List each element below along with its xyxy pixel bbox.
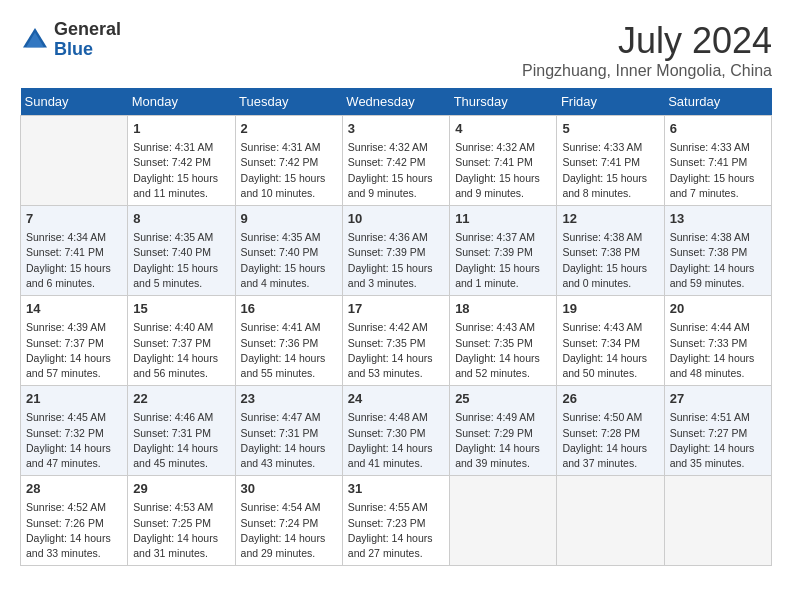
cell-text: Sunset: 7:36 PM xyxy=(241,336,337,351)
day-number: 5 xyxy=(562,120,658,138)
cell-text: Sunrise: 4:31 AM xyxy=(241,140,337,155)
calendar-cell: 16Sunrise: 4:41 AMSunset: 7:36 PMDayligh… xyxy=(235,296,342,386)
cell-text: Sunrise: 4:55 AM xyxy=(348,500,444,515)
calendar-cell: 24Sunrise: 4:48 AMSunset: 7:30 PMDayligh… xyxy=(342,386,449,476)
calendar-cell: 10Sunrise: 4:36 AMSunset: 7:39 PMDayligh… xyxy=(342,206,449,296)
day-number: 6 xyxy=(670,120,766,138)
cell-text: Sunrise: 4:46 AM xyxy=(133,410,229,425)
cell-text: Sunrise: 4:43 AM xyxy=(562,320,658,335)
cell-text: Sunrise: 4:40 AM xyxy=(133,320,229,335)
title-block: July 2024 Pingzhuang, Inner Mongolia, Ch… xyxy=(522,20,772,80)
cell-text: Daylight: 14 hours xyxy=(26,531,122,546)
day-number: 3 xyxy=(348,120,444,138)
day-number: 12 xyxy=(562,210,658,228)
calendar-cell: 17Sunrise: 4:42 AMSunset: 7:35 PMDayligh… xyxy=(342,296,449,386)
cell-text: Sunset: 7:41 PM xyxy=(26,245,122,260)
day-number: 8 xyxy=(133,210,229,228)
cell-text: Daylight: 15 hours xyxy=(133,261,229,276)
month-year-title: July 2024 xyxy=(522,20,772,62)
day-number: 23 xyxy=(241,390,337,408)
calendar-cell: 25Sunrise: 4:49 AMSunset: 7:29 PMDayligh… xyxy=(450,386,557,476)
cell-text: Sunset: 7:31 PM xyxy=(133,426,229,441)
cell-text: Sunset: 7:37 PM xyxy=(26,336,122,351)
header-thursday: Thursday xyxy=(450,88,557,116)
cell-text: and 6 minutes. xyxy=(26,276,122,291)
cell-text: Sunset: 7:42 PM xyxy=(133,155,229,170)
cell-text: Sunset: 7:32 PM xyxy=(26,426,122,441)
header-row: SundayMondayTuesdayWednesdayThursdayFrid… xyxy=(21,88,772,116)
cell-text: Sunset: 7:42 PM xyxy=(348,155,444,170)
cell-text: Daylight: 14 hours xyxy=(455,351,551,366)
cell-text: Sunrise: 4:53 AM xyxy=(133,500,229,515)
day-number: 27 xyxy=(670,390,766,408)
cell-text: Sunrise: 4:37 AM xyxy=(455,230,551,245)
day-number: 16 xyxy=(241,300,337,318)
cell-text: and 1 minute. xyxy=(455,276,551,291)
cell-text: and 37 minutes. xyxy=(562,456,658,471)
day-number: 13 xyxy=(670,210,766,228)
calendar-cell: 11Sunrise: 4:37 AMSunset: 7:39 PMDayligh… xyxy=(450,206,557,296)
cell-text: and 0 minutes. xyxy=(562,276,658,291)
day-number: 14 xyxy=(26,300,122,318)
cell-text: and 8 minutes. xyxy=(562,186,658,201)
calendar-week-4: 21Sunrise: 4:45 AMSunset: 7:32 PMDayligh… xyxy=(21,386,772,476)
cell-text: and 50 minutes. xyxy=(562,366,658,381)
day-number: 19 xyxy=(562,300,658,318)
cell-text: Sunrise: 4:52 AM xyxy=(26,500,122,515)
calendar-week-3: 14Sunrise: 4:39 AMSunset: 7:37 PMDayligh… xyxy=(21,296,772,386)
calendar-body: 1Sunrise: 4:31 AMSunset: 7:42 PMDaylight… xyxy=(21,116,772,566)
calendar-cell: 1Sunrise: 4:31 AMSunset: 7:42 PMDaylight… xyxy=(128,116,235,206)
cell-text: and 9 minutes. xyxy=(348,186,444,201)
calendar-cell xyxy=(664,476,771,566)
calendar-cell xyxy=(21,116,128,206)
calendar-cell: 28Sunrise: 4:52 AMSunset: 7:26 PMDayligh… xyxy=(21,476,128,566)
cell-text: Sunset: 7:24 PM xyxy=(241,516,337,531)
cell-text: and 59 minutes. xyxy=(670,276,766,291)
cell-text: Sunrise: 4:38 AM xyxy=(562,230,658,245)
cell-text: and 52 minutes. xyxy=(455,366,551,381)
day-number: 24 xyxy=(348,390,444,408)
day-number: 30 xyxy=(241,480,337,498)
cell-text: Sunset: 7:38 PM xyxy=(562,245,658,260)
cell-text: Sunset: 7:26 PM xyxy=(26,516,122,531)
cell-text: Daylight: 14 hours xyxy=(562,441,658,456)
cell-text: Sunset: 7:41 PM xyxy=(455,155,551,170)
cell-text: Sunrise: 4:45 AM xyxy=(26,410,122,425)
calendar-cell: 15Sunrise: 4:40 AMSunset: 7:37 PMDayligh… xyxy=(128,296,235,386)
cell-text: Sunset: 7:28 PM xyxy=(562,426,658,441)
calendar-cell: 30Sunrise: 4:54 AMSunset: 7:24 PMDayligh… xyxy=(235,476,342,566)
cell-text: Daylight: 14 hours xyxy=(133,441,229,456)
cell-text: Daylight: 14 hours xyxy=(26,351,122,366)
cell-text: and 47 minutes. xyxy=(26,456,122,471)
cell-text: Sunrise: 4:48 AM xyxy=(348,410,444,425)
calendar-cell: 26Sunrise: 4:50 AMSunset: 7:28 PMDayligh… xyxy=(557,386,664,476)
cell-text: Sunset: 7:41 PM xyxy=(562,155,658,170)
cell-text: Sunrise: 4:31 AM xyxy=(133,140,229,155)
header-sunday: Sunday xyxy=(21,88,128,116)
day-number: 25 xyxy=(455,390,551,408)
calendar-cell xyxy=(557,476,664,566)
cell-text: Sunrise: 4:42 AM xyxy=(348,320,444,335)
calendar-table: SundayMondayTuesdayWednesdayThursdayFrid… xyxy=(20,88,772,566)
cell-text: and 55 minutes. xyxy=(241,366,337,381)
cell-text: Daylight: 15 hours xyxy=(348,171,444,186)
header-wednesday: Wednesday xyxy=(342,88,449,116)
cell-text: Sunrise: 4:49 AM xyxy=(455,410,551,425)
cell-text: Sunrise: 4:47 AM xyxy=(241,410,337,425)
logo-icon xyxy=(20,25,50,55)
cell-text: Sunset: 7:42 PM xyxy=(241,155,337,170)
cell-text: Daylight: 14 hours xyxy=(348,441,444,456)
calendar-cell: 2Sunrise: 4:31 AMSunset: 7:42 PMDaylight… xyxy=(235,116,342,206)
day-number: 7 xyxy=(26,210,122,228)
day-number: 2 xyxy=(241,120,337,138)
cell-text: Daylight: 14 hours xyxy=(133,351,229,366)
day-number: 9 xyxy=(241,210,337,228)
day-number: 20 xyxy=(670,300,766,318)
calendar-cell: 21Sunrise: 4:45 AMSunset: 7:32 PMDayligh… xyxy=(21,386,128,476)
cell-text: Sunrise: 4:33 AM xyxy=(562,140,658,155)
header-friday: Friday xyxy=(557,88,664,116)
day-number: 26 xyxy=(562,390,658,408)
page-header: General Blue July 2024 Pingzhuang, Inner… xyxy=(20,20,772,80)
cell-text: Sunrise: 4:32 AM xyxy=(455,140,551,155)
cell-text: Sunset: 7:35 PM xyxy=(348,336,444,351)
